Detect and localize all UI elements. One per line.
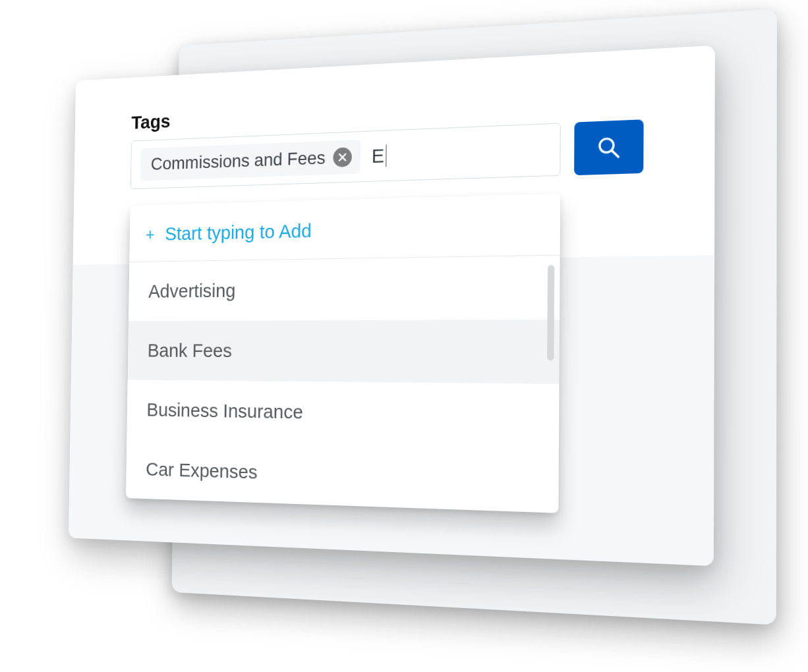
plus-icon: +: [146, 225, 155, 244]
add-prompt-text: Start typing to Add: [165, 220, 312, 245]
scrollbar[interactable]: [546, 265, 554, 497]
tag-chip: Commissions and Fees: [140, 140, 361, 181]
dropdown: + Start typing to Add AdvertisingBank Fe…: [126, 194, 560, 513]
svg-line-3: [612, 151, 619, 157]
scrollbar-thumb[interactable]: [547, 265, 554, 360]
text-cursor: [386, 144, 387, 167]
search-icon: [594, 133, 622, 161]
add-tag-option[interactable]: + Start typing to Add: [129, 194, 560, 262]
tag-chip-text: Commissions and Fees: [151, 148, 326, 175]
tags-panel: Tags Commissions and Fees E: [69, 45, 715, 566]
typed-text: E: [372, 144, 387, 167]
dropdown-item[interactable]: Bank Fees: [128, 320, 560, 384]
remove-tag-icon[interactable]: [333, 147, 352, 167]
dropdown-item[interactable]: Advertising: [129, 256, 560, 321]
dropdown-item[interactable]: Business Insurance: [127, 380, 559, 449]
search-button[interactable]: [574, 119, 644, 175]
dropdown-list: AdvertisingBank FeesBusiness InsuranceCa…: [126, 256, 560, 513]
tags-input[interactable]: Commissions and Fees E: [130, 123, 561, 189]
